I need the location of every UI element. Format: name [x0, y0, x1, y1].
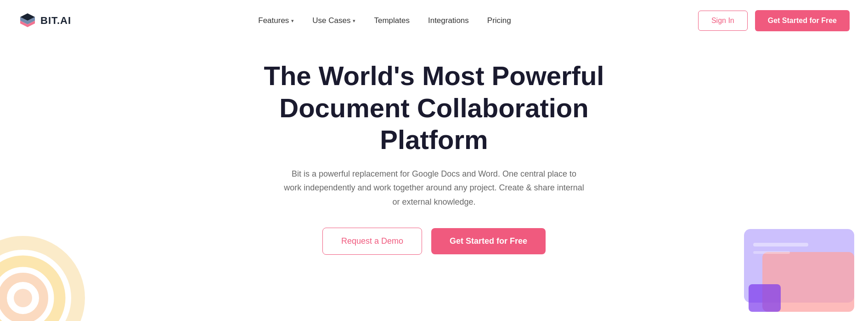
navbar: BIT.AI Features ▾ Use Cases ▾ Templates …	[0, 0, 868, 41]
nav-center: Features ▾ Use Cases ▾ Templates Integra…	[258, 16, 511, 25]
logo-text: BIT.AI	[40, 15, 71, 27]
request-demo-button[interactable]: Request a Demo	[322, 228, 422, 255]
hero-buttons: Request a Demo Get Started for Free	[322, 228, 546, 255]
get-started-nav-button[interactable]: Get Started for Free	[755, 10, 850, 31]
nav-item-pricing[interactable]: Pricing	[487, 16, 511, 25]
svg-rect-9	[749, 284, 781, 312]
signin-button[interactable]: Sign In	[698, 11, 748, 31]
nav-item-templates[interactable]: Templates	[374, 16, 409, 25]
hero-heading: The World's Most Powerful Document Colla…	[250, 60, 618, 156]
hero-subtitle: Bit is a powerful replacement for Google…	[282, 167, 586, 209]
nav-item-features[interactable]: Features ▾	[258, 16, 294, 25]
logo[interactable]: BIT.AI	[18, 11, 71, 30]
nav-item-integrations[interactable]: Integrations	[428, 16, 469, 25]
chevron-down-icon: ▾	[353, 18, 355, 24]
hero-section: The World's Most Powerful Document Colla…	[0, 41, 868, 264]
nav-right: Sign In Get Started for Free	[698, 10, 850, 31]
get-started-hero-button[interactable]: Get Started for Free	[431, 228, 546, 254]
logo-icon	[18, 11, 37, 30]
chevron-down-icon: ▾	[291, 18, 294, 24]
svg-point-6	[14, 289, 32, 307]
nav-item-usecases[interactable]: Use Cases ▾	[312, 16, 355, 25]
